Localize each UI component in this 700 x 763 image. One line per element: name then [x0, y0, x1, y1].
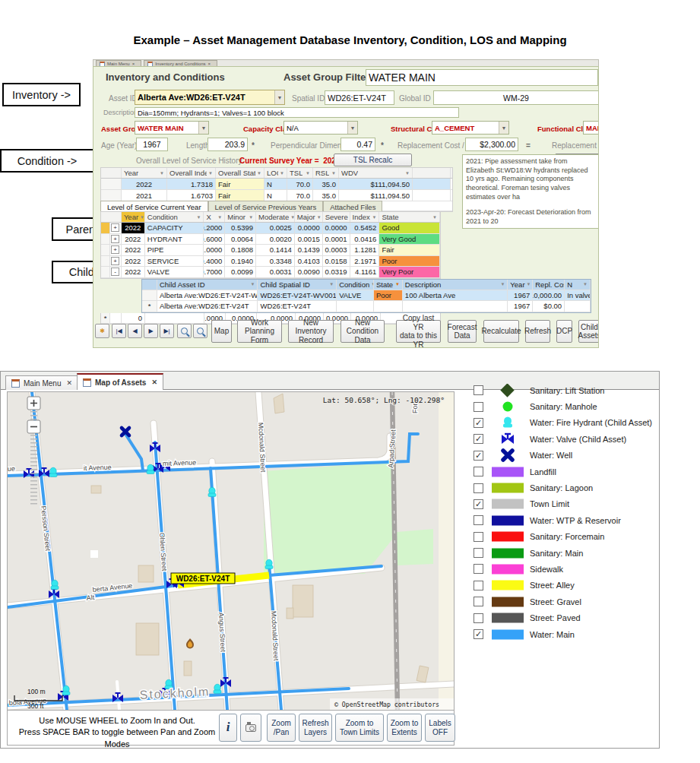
table-cell[interactable]: 2022	[122, 234, 145, 245]
table-cell[interactable]: CAPACITY	[145, 223, 204, 233]
tab-map-of-assets[interactable]: Map of Assets ✕	[77, 373, 163, 390]
legend-checkbox[interactable]	[474, 483, 483, 493]
legend-checkbox[interactable]	[474, 597, 483, 606]
sort-arrow-icon[interactable]: ▼	[306, 171, 310, 176]
legend-checkbox[interactable]: ✓	[474, 629, 483, 639]
table-cell[interactable]: 0.0003	[323, 245, 350, 255]
zoom-pan-button[interactable]: Zoom /Pan	[267, 714, 296, 742]
legend-checkbox[interactable]	[474, 515, 483, 525]
age-input[interactable]	[136, 138, 168, 151]
table-cell[interactable]: 0.0015	[295, 234, 323, 245]
sort-arrow-icon[interactable]: ▼	[249, 215, 253, 220]
column-header[interactable]: Child Spatial ID▼	[258, 280, 337, 290]
table-cell[interactable]: N	[264, 190, 287, 201]
column-header[interactable]: Severe▼	[323, 212, 350, 222]
table-cell[interactable]	[374, 301, 403, 312]
global-id-input[interactable]	[433, 90, 599, 105]
table-cell[interactable]: Good	[379, 223, 440, 233]
column-header[interactable]: Moderate▼	[256, 212, 295, 222]
table-cell[interactable]: 0.5399	[225, 223, 256, 233]
column-header[interactable]: N▼	[565, 280, 591, 290]
table-cell[interactable]: 0.5452	[350, 223, 380, 233]
column-header[interactable]: Year▼	[122, 212, 145, 222]
form-button-work-planning[interactable]: Work Planning Form	[237, 320, 282, 343]
search-button[interactable]	[177, 324, 192, 338]
column-header[interactable]: Overall Index▼	[167, 168, 216, 178]
record-selector[interactable]	[101, 245, 110, 255]
table-cell[interactable]: 2022	[122, 245, 145, 255]
spatial-id-input[interactable]	[325, 90, 394, 105]
table-cell[interactable]: 0.1414	[256, 245, 295, 255]
close-icon[interactable]: ✕	[66, 379, 72, 387]
legend-checkbox[interactable]	[474, 581, 483, 590]
table-cell[interactable]: 2022	[122, 179, 167, 189]
record-selector[interactable]	[101, 234, 110, 245]
table-cell[interactable]: 100 Alberta Ave	[403, 290, 508, 301]
close-icon[interactable]: ✕	[151, 378, 157, 386]
table-cell[interactable]: 0.0064	[225, 234, 256, 245]
structural-class-combo[interactable]: A_CEMENT▼	[432, 121, 509, 135]
table-cell[interactable]: $10,000.00	[533, 290, 565, 301]
legend-checkbox[interactable]: ✓	[474, 451, 483, 461]
column-header[interactable]: Condition▼	[145, 212, 204, 222]
table-cell[interactable]: 2022	[122, 256, 145, 267]
table-cell[interactable]: 1.1281	[350, 245, 380, 255]
column-header[interactable]: Year▼	[508, 280, 533, 290]
table-cell[interactable]: 0.2000	[204, 223, 225, 233]
record-selector[interactable]	[142, 290, 157, 301]
asset-group-combo[interactable]: WATER MAIN▼	[135, 121, 209, 135]
notes-textarea[interactable]: 2021: Pipe assessment take from Elizabet…	[462, 154, 599, 229]
labels-off-button[interactable]: Labels OFF	[425, 714, 455, 742]
table-cell[interactable]: $0.00	[533, 301, 565, 312]
next-record-button[interactable]: ▶	[144, 324, 158, 338]
column-header[interactable]: Description▼	[403, 280, 508, 290]
tsl-recalc-button[interactable]: TSL Recalc	[334, 154, 412, 166]
new-record-button[interactable]: ✱	[95, 324, 109, 338]
expand-toggle-icon[interactable]: +	[111, 235, 119, 243]
table-row[interactable]: 20211.6703FairN70.035.0$111,094.50	[101, 190, 452, 201]
legend-checkbox[interactable]	[474, 548, 483, 558]
tab-main-menu[interactable]: Main Menu ×	[96, 60, 141, 66]
los-row[interactable]: +2022CAPACITY0.20000.53990.00250.00000.0…	[101, 223, 440, 234]
column-header[interactable]: Year▼	[122, 168, 167, 178]
tab-inventory-conditions[interactable]: Inventory and Conditions ×	[144, 60, 217, 66]
table-cell[interactable]: 1967	[508, 290, 533, 301]
column-header[interactable]: RSL▼	[313, 168, 339, 178]
sort-arrow-icon[interactable]: ▼	[208, 171, 213, 176]
expand-toggle-icon[interactable]: +	[111, 257, 119, 265]
table-cell[interactable]: WD26:ET-V24T	[258, 301, 337, 312]
table-cell[interactable]: 2021	[122, 190, 167, 201]
form-button-forecast[interactable]: Forecast Data	[448, 320, 477, 343]
table-cell[interactable]	[403, 301, 508, 312]
record-selector[interactable]	[101, 256, 110, 267]
column-header[interactable]: Minor▼	[225, 212, 256, 222]
table-cell[interactable]: Very Good	[379, 234, 440, 245]
form-button-map[interactable]: Map	[211, 320, 232, 343]
sort-arrow-icon[interactable]: ▼	[196, 215, 201, 220]
column-header[interactable]: Major▼	[295, 212, 323, 222]
info-button[interactable]: i	[219, 714, 237, 742]
record-selector[interactable]: *	[142, 301, 157, 312]
column-header[interactable]: State▼	[374, 280, 403, 290]
legend-checkbox[interactable]	[474, 532, 483, 542]
table-cell[interactable]: WD26:ET-V24T-WV001	[258, 290, 337, 301]
dropdown-arrow-icon[interactable]: ▼	[274, 90, 284, 104]
table-cell[interactable]: 0.1940	[225, 256, 256, 267]
table-cell[interactable]: 0.0020	[256, 234, 295, 245]
table-cell[interactable]: Very Poor	[379, 267, 440, 277]
form-button-recalculate[interactable]: Recalculate	[483, 320, 519, 343]
expand-toggle-icon[interactable]: -	[111, 268, 119, 276]
table-cell[interactable]: 0.7000	[204, 267, 225, 277]
table-cell[interactable]: 70.0	[287, 190, 313, 201]
sort-arrow-icon[interactable]: ▼	[500, 282, 505, 287]
sort-arrow-icon[interactable]: ▼	[395, 282, 400, 287]
table-cell[interactable]: 0.0031	[256, 267, 295, 277]
table-cell[interactable]: 0	[122, 313, 145, 323]
los-row[interactable]: -2022VALVE0.70000.00990.00310.00900.0319…	[101, 267, 440, 278]
sort-arrow-icon[interactable]: ▼	[329, 282, 334, 287]
new-record-marker[interactable]: *	[101, 313, 110, 323]
los-row[interactable]: +2022SERVICE0.40000.19400.33480.41030.01…	[101, 256, 440, 268]
form-button-child[interactable]: Child Assets	[578, 320, 599, 343]
capacity-class-combo[interactable]: N/A▼	[283, 121, 358, 135]
sort-arrow-icon[interactable]: ▼	[432, 215, 437, 220]
